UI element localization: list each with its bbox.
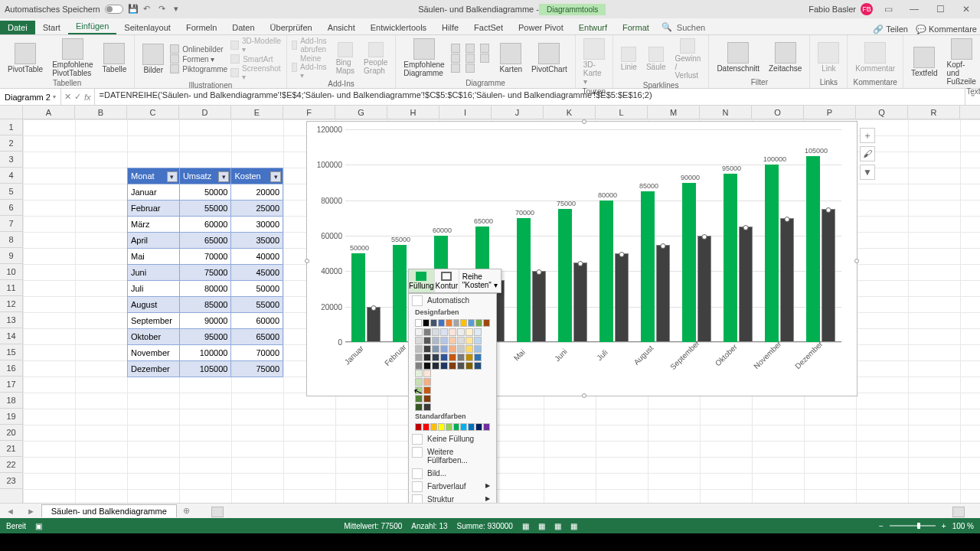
color-swatch[interactable] <box>457 362 465 370</box>
bar-kosten[interactable] <box>573 262 587 342</box>
col-D[interactable]: D <box>179 106 231 119</box>
chart[interactable]: 020000400006000080000100000120000 500005… <box>306 121 858 396</box>
display-settings-icon[interactable]: ▦ <box>522 522 529 530</box>
cell[interactable]: Oktober <box>128 329 180 345</box>
sheet-nav-prev[interactable]: ◄ <box>0 507 21 516</box>
color-swatch[interactable] <box>474 337 482 344</box>
maximize-button[interactable]: ☐ <box>929 2 951 16</box>
color-swatch[interactable] <box>440 328 448 336</box>
color-swatch[interactable] <box>415 423 422 431</box>
th-umsatz[interactable]: Umsatz <box>179 168 231 184</box>
name-box[interactable]: Diagramm 2▾ <box>0 89 61 105</box>
cell[interactable]: 80000 <box>179 281 231 297</box>
row-16[interactable]: 16 <box>0 360 22 377</box>
cell[interactable]: 95000 <box>179 329 231 345</box>
row-17[interactable]: 17 <box>0 377 22 393</box>
tab-insert[interactable]: Einfügen <box>68 19 116 34</box>
comments-button[interactable]: 💬 Kommentare <box>916 24 977 34</box>
col-L[interactable]: L <box>596 106 648 119</box>
qat-customize-icon[interactable]: ▾ <box>174 4 185 15</box>
user-name[interactable]: Fabio Basler <box>808 5 856 14</box>
color-swatch[interactable] <box>446 423 452 431</box>
get-addins-button[interactable]: Add-Ins abrufen <box>292 37 330 54</box>
bar-umsatz[interactable] <box>641 191 655 342</box>
row-22[interactable]: 22 <box>0 457 22 473</box>
color-swatch[interactable] <box>466 328 473 336</box>
color-swatch[interactable] <box>440 337 448 344</box>
color-swatch[interactable] <box>460 423 467 431</box>
color-swatch[interactable] <box>475 319 482 327</box>
row-6[interactable]: 6 <box>0 200 22 216</box>
chart-hier-icon[interactable] <box>451 54 460 63</box>
color-swatch[interactable] <box>449 337 456 344</box>
chart-combo-icon[interactable] <box>466 64 475 73</box>
col-J[interactable]: J <box>492 106 544 119</box>
row-19[interactable]: 19 <box>0 409 22 425</box>
color-swatch[interactable] <box>440 362 448 370</box>
zoom-slider[interactable] <box>890 525 936 527</box>
cell[interactable]: 85000 <box>179 297 231 313</box>
row-10[interactable]: 10 <box>0 264 22 280</box>
cell[interactable]: August <box>128 297 180 313</box>
color-swatch[interactable] <box>415 319 422 327</box>
color-swatch[interactable] <box>466 354 473 361</box>
color-swatch[interactable] <box>466 337 473 344</box>
bar-umsatz[interactable] <box>517 218 531 342</box>
color-swatch[interactable] <box>474 328 482 336</box>
no-fill[interactable]: Keine Füllung <box>409 432 496 445</box>
formula-expand-icon[interactable]: ⌄ <box>965 89 980 105</box>
3dmap-button[interactable]: 3D- Karte ▾ <box>580 37 608 87</box>
color-swatch[interactable] <box>432 345 439 353</box>
fill-gradient[interactable]: Farbverlauf▶ <box>409 480 496 493</box>
timeline-button[interactable]: Zeitachse <box>766 41 805 74</box>
col-E[interactable]: E <box>231 106 283 119</box>
undo-icon[interactable]: ↶ <box>143 4 154 15</box>
color-swatch[interactable] <box>432 337 439 344</box>
color-swatch[interactable] <box>440 345 448 353</box>
fx-cancel-icon[interactable]: ✕ <box>64 92 71 102</box>
bar-kosten[interactable] <box>532 271 546 342</box>
zoom-out-icon[interactable]: − <box>879 522 884 530</box>
bar-umsatz[interactable] <box>765 165 779 342</box>
color-swatch[interactable] <box>430 423 437 431</box>
cell[interactable]: 75000 <box>231 361 283 377</box>
zoom-in-icon[interactable]: + <box>942 522 946 530</box>
pictures-button[interactable]: Bilder <box>139 42 167 76</box>
save-icon[interactable]: 💾 <box>128 4 139 15</box>
color-swatch[interactable] <box>438 423 445 431</box>
tab-powerpivot[interactable]: Power Pivot <box>511 21 571 34</box>
color-swatch[interactable] <box>432 354 439 361</box>
redo-icon[interactable]: ↷ <box>158 4 169 15</box>
row-8[interactable]: 8 <box>0 232 22 248</box>
cell[interactable]: Juli <box>128 281 180 297</box>
my-addins-button[interactable]: Meine Add-Ins ▾ <box>292 54 330 80</box>
cell[interactable]: 55000 <box>231 297 283 313</box>
outline-button[interactable]: Kontur <box>435 269 459 292</box>
slicer-button[interactable]: Datenschnitt <box>714 41 763 74</box>
color-swatch[interactable] <box>446 319 452 327</box>
color-swatch[interactable] <box>449 328 456 336</box>
row-12[interactable]: 12 <box>0 296 22 312</box>
col-H[interactable]: H <box>387 106 439 119</box>
more-fill-colors[interactable]: Weitere Füllfarben... <box>409 445 496 467</box>
cell[interactable]: 30000 <box>231 217 283 233</box>
bar-umsatz[interactable] <box>806 156 820 342</box>
cell[interactable]: 60000 <box>179 217 231 233</box>
cell[interactable]: März <box>128 217 180 233</box>
3d-models-button[interactable]: 3D-Modelle ▾ <box>230 37 282 54</box>
screenshot-button[interactable]: Screenshot ▾ <box>230 64 282 81</box>
series-selector[interactable]: Reihe "Kosten" ▾ <box>459 269 501 292</box>
col-K[interactable]: K <box>544 106 596 119</box>
color-swatch[interactable] <box>457 328 465 336</box>
tab-data[interactable]: Daten <box>224 21 262 34</box>
ribbon-options-icon[interactable]: ▭ <box>877 2 899 16</box>
row-2[interactable]: 2 <box>0 135 22 152</box>
macro-record-icon[interactable]: ▣ <box>35 522 42 530</box>
tab-pagelayout[interactable]: Seitenlayout <box>116 21 178 34</box>
chart-map-icon[interactable] <box>451 64 460 73</box>
bing-maps-button[interactable]: Bing Maps <box>333 41 358 77</box>
bar-kosten[interactable] <box>739 227 753 342</box>
table-button[interactable]: Tabelle <box>100 41 130 75</box>
col-C[interactable]: C <box>127 106 179 119</box>
tab-start[interactable]: Start <box>35 21 68 34</box>
